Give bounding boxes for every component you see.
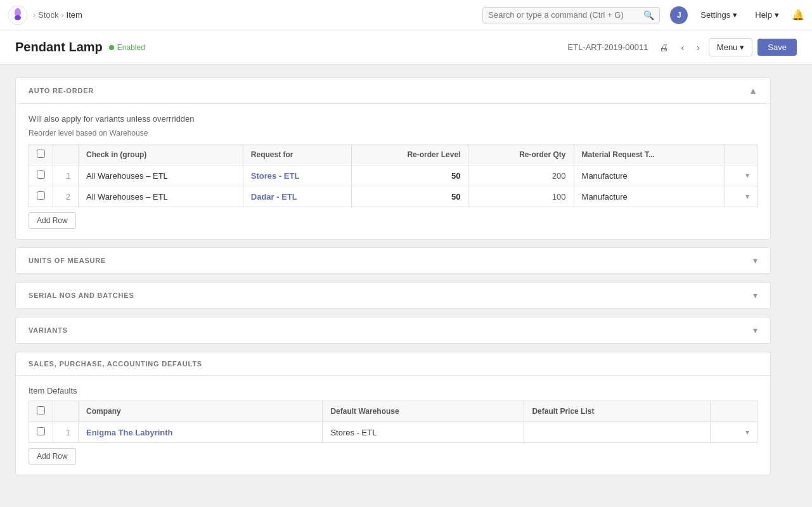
reorder-label: Reorder level based on Warehouse bbox=[29, 129, 757, 138]
next-button[interactable]: › bbox=[693, 40, 704, 55]
expand-icon[interactable]: ▾ bbox=[753, 255, 757, 266]
auto-reorder-section: AUTO RE-ORDER ▲ Will also apply for vari… bbox=[15, 77, 771, 240]
status-label: Enabled bbox=[117, 43, 145, 52]
page-title: Pendant Lamp bbox=[15, 40, 103, 55]
row-1-idx-sales: 1 bbox=[53, 422, 79, 443]
breadcrumb-item[interactable]: Item bbox=[67, 10, 82, 20]
search-input[interactable] bbox=[488, 10, 643, 20]
row-1-check-in: All Warehouses – ETL bbox=[79, 165, 243, 186]
col-idx bbox=[53, 401, 79, 422]
settings-button[interactable]: Settings ▾ bbox=[695, 8, 742, 22]
chevron-down-icon: ▾ bbox=[733, 10, 737, 20]
auto-reorder-body: Will also apply for variants unless over… bbox=[16, 104, 770, 239]
main-content: AUTO RE-ORDER ▲ Will also apply for vari… bbox=[0, 65, 786, 496]
serial-nos-title: SERIAL NOS AND BATCHES bbox=[29, 292, 134, 299]
col-reorder-level: Re-order Level bbox=[352, 144, 468, 165]
search-icon[interactable]: 🔍 bbox=[643, 10, 654, 20]
notification-bell-icon[interactable]: 🔔 bbox=[792, 9, 804, 21]
auto-reorder-table: Check in (group) Request for Re-order Le… bbox=[29, 144, 757, 207]
collapse-icon[interactable]: ▲ bbox=[749, 86, 757, 96]
navbar-right: J Settings ▾ Help ▾ 🔔 bbox=[670, 6, 804, 24]
help-button[interactable]: Help ▾ bbox=[750, 8, 784, 22]
print-button[interactable]: 🖨 bbox=[655, 40, 672, 55]
row-1-checkbox-sales[interactable] bbox=[37, 427, 45, 435]
dropdown-arrow-icon: ▾ bbox=[745, 171, 749, 180]
row-1-reorder-level: 50 bbox=[352, 165, 468, 186]
units-of-measure-section: UNITS OF MEASURE ▾ bbox=[15, 247, 771, 274]
variants-header[interactable]: VARIANTS ▾ bbox=[16, 318, 770, 343]
variants-section: VARIANTS ▾ bbox=[15, 317, 771, 344]
col-actions bbox=[724, 144, 757, 165]
row-2-checkbox[interactable] bbox=[37, 191, 45, 200]
svg-point-2 bbox=[15, 15, 21, 20]
units-of-measure-header[interactable]: UNITS OF MEASURE ▾ bbox=[16, 248, 770, 274]
app-logo[interactable] bbox=[8, 5, 28, 25]
select-all-checkbox[interactable] bbox=[37, 150, 45, 158]
item-defaults-table: Company Default Warehouse Default Price … bbox=[29, 401, 757, 443]
breadcrumb: › Stock › Item bbox=[33, 10, 82, 20]
breadcrumb-sep-1: › bbox=[33, 11, 35, 20]
dropdown-arrow-icon: ▾ bbox=[745, 192, 749, 201]
col-actions bbox=[711, 401, 757, 422]
row-2-request-for[interactable]: Dadar - ETL bbox=[243, 186, 352, 207]
row-2-material-request: Manufacture bbox=[574, 186, 724, 207]
row-2-check-in: All Warehouses – ETL bbox=[79, 186, 243, 207]
item-defaults-subtitle: Item Defaults bbox=[29, 386, 757, 395]
row-2-idx: 2 bbox=[53, 186, 79, 207]
auto-reorder-add-row-button[interactable]: Add Row bbox=[29, 212, 76, 229]
serial-nos-header[interactable]: SERIAL NOS AND BATCHES ▾ bbox=[16, 283, 770, 309]
col-check bbox=[29, 401, 53, 422]
page-title-area: Pendant Lamp Enabled bbox=[15, 40, 145, 55]
svg-point-3 bbox=[16, 8, 20, 11]
variants-title: VARIANTS bbox=[29, 326, 68, 334]
doc-id: ETL-ART-2019-00011 bbox=[568, 42, 648, 52]
save-button[interactable]: Save bbox=[757, 39, 797, 56]
auto-reorder-header[interactable]: AUTO RE-ORDER ▲ bbox=[16, 78, 770, 104]
row-1-default-price-list bbox=[524, 422, 711, 443]
col-idx bbox=[53, 144, 79, 165]
table-row: 1 All Warehouses – ETL Stores - ETL 50 2… bbox=[29, 165, 757, 186]
chevron-down-icon: ▾ bbox=[775, 10, 779, 20]
sales-purchase-body: Item Defaults Company Default Warehouse … bbox=[16, 376, 770, 475]
row-2-reorder-qty: 100 bbox=[468, 186, 574, 207]
search-bar[interactable]: 🔍 bbox=[482, 7, 660, 23]
sales-purchase-header[interactable]: SALES, PURCHASE, ACCOUNTING DEFAULTS bbox=[16, 352, 770, 376]
row-1-company[interactable]: Enigma The Labyrinth bbox=[79, 422, 323, 443]
page-header: Pendant Lamp Enabled ETL-ART-2019-00011 … bbox=[0, 30, 812, 65]
status-badge: Enabled bbox=[109, 43, 145, 52]
table-row: 2 All Warehouses – ETL Dadar - ETL 50 10… bbox=[29, 186, 757, 207]
expand-icon[interactable]: ▾ bbox=[753, 290, 757, 300]
row-1-reorder-qty: 200 bbox=[468, 165, 574, 186]
table-header-row: Check in (group) Request for Re-order Le… bbox=[29, 144, 757, 165]
auto-reorder-note: Will also apply for variants unless over… bbox=[29, 114, 757, 124]
table-row: 1 Enigma The Labyrinth Stores - ETL ▾ bbox=[29, 422, 757, 443]
page-actions: ETL-ART-2019-00011 🖨 ‹ › Menu ▾ Save bbox=[568, 38, 797, 56]
row-2-dropdown[interactable]: ▾ bbox=[724, 186, 757, 207]
breadcrumb-stock[interactable]: Stock bbox=[38, 10, 59, 20]
prev-button[interactable]: ‹ bbox=[677, 40, 688, 55]
row-1-dropdown[interactable]: ▾ bbox=[724, 165, 757, 186]
select-all-checkbox-2[interactable] bbox=[37, 406, 45, 414]
col-default-price-list: Default Price List bbox=[524, 401, 711, 422]
breadcrumb-sep-2: › bbox=[61, 11, 64, 20]
col-default-warehouse: Default Warehouse bbox=[323, 401, 524, 422]
sales-purchase-add-row-button[interactable]: Add Row bbox=[29, 448, 76, 465]
col-check-in-group: Check in (group) bbox=[79, 144, 243, 165]
row-1-checkbox[interactable] bbox=[37, 170, 45, 179]
expand-icon[interactable]: ▾ bbox=[753, 325, 757, 335]
menu-button[interactable]: Menu ▾ bbox=[709, 38, 753, 56]
col-material-request: Material Request T... bbox=[574, 144, 724, 165]
row-1-dropdown-sales[interactable]: ▾ bbox=[711, 422, 757, 443]
col-request-for: Request for bbox=[243, 144, 352, 165]
dropdown-arrow-icon: ▾ bbox=[745, 428, 749, 437]
avatar[interactable]: J bbox=[670, 6, 688, 24]
table-header-row: Company Default Warehouse Default Price … bbox=[29, 401, 757, 422]
sales-purchase-title: SALES, PURCHASE, ACCOUNTING DEFAULTS bbox=[29, 360, 202, 368]
row-1-default-warehouse: Stores - ETL bbox=[323, 422, 524, 443]
navbar: › Stock › Item 🔍 J Settings ▾ Help ▾ 🔔 bbox=[0, 0, 812, 30]
row-2-reorder-level: 50 bbox=[352, 186, 468, 207]
col-company: Company bbox=[79, 401, 323, 422]
col-reorder-qty: Re-order Qty bbox=[468, 144, 574, 165]
row-1-idx: 1 bbox=[53, 165, 79, 186]
row-1-request-for[interactable]: Stores - ETL bbox=[243, 165, 352, 186]
